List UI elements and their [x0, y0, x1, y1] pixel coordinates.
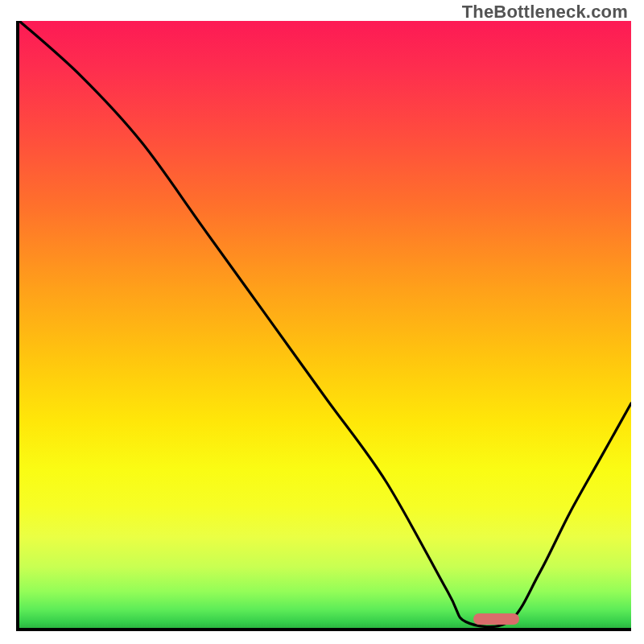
curve-layer — [19, 21, 631, 628]
bottleneck-curve-path — [19, 21, 631, 627]
plot-area — [16, 21, 631, 631]
optimal-range-marker — [473, 613, 519, 625]
bottleneck-chart: TheBottleneck.com — [0, 0, 644, 644]
watermark-label: TheBottleneck.com — [462, 2, 628, 23]
